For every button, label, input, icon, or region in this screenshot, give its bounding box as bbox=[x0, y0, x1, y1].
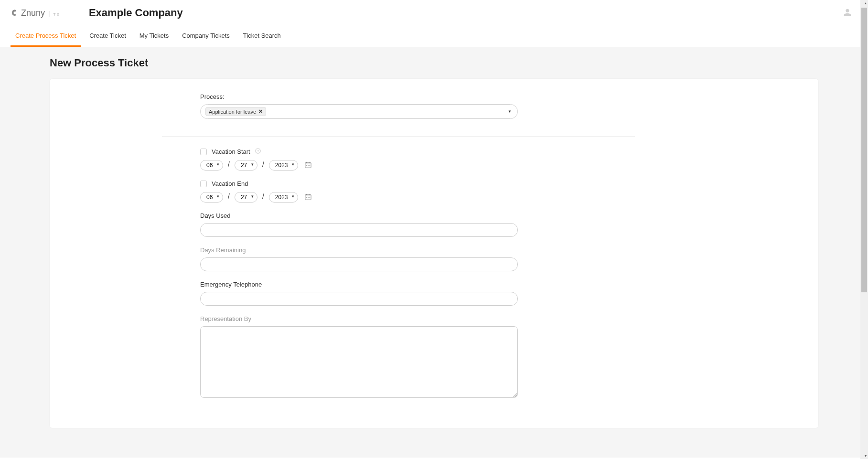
logo-version: 7.0 bbox=[53, 12, 59, 17]
date-separator: / bbox=[262, 160, 264, 168]
scrollbar-thumb[interactable] bbox=[861, 8, 867, 292]
divider bbox=[162, 136, 635, 137]
days-used-field: Days Used bbox=[200, 212, 597, 237]
svg-rect-15 bbox=[309, 197, 310, 198]
svg-text:?: ? bbox=[257, 149, 259, 153]
znuny-logo-icon bbox=[11, 9, 19, 17]
nav-my-tickets[interactable]: My Tickets bbox=[135, 26, 173, 47]
days-used-input[interactable] bbox=[200, 223, 518, 237]
date-separator: / bbox=[228, 160, 230, 168]
form-inner: Process: Application for leave ✕ ▼ Vacat… bbox=[200, 93, 597, 399]
svg-rect-6 bbox=[306, 165, 307, 166]
vacation-end-month[interactable]: 06 bbox=[200, 192, 223, 203]
page-body: New Process Ticket Process: Application … bbox=[0, 47, 868, 458]
days-remaining-label: Days Remaining bbox=[200, 246, 597, 254]
vacation-end-field: Vacation End 06 / 27 / 2023 bbox=[200, 180, 597, 203]
nav-create-ticket[interactable]: Create Ticket bbox=[85, 26, 131, 47]
nav-bar: Create Process Ticket Create Ticket My T… bbox=[0, 26, 868, 47]
vacation-end-day[interactable]: 27 bbox=[235, 192, 257, 203]
date-separator: / bbox=[262, 192, 264, 200]
days-remaining-field: Days Remaining bbox=[200, 246, 597, 271]
days-used-label: Days Used bbox=[200, 212, 597, 219]
logo-area: Znuny | 7.0 bbox=[11, 8, 59, 18]
svg-rect-13 bbox=[306, 197, 307, 198]
process-chip-label: Application for leave bbox=[209, 109, 256, 115]
vacation-end-checkbox[interactable] bbox=[200, 181, 207, 187]
user-avatar[interactable] bbox=[842, 7, 853, 19]
svg-rect-14 bbox=[308, 197, 309, 198]
scrollbar[interactable]: ▴ ▾ bbox=[860, 0, 868, 458]
vacation-start-day[interactable]: 27 bbox=[235, 160, 257, 171]
header-bar: Znuny | 7.0 Example Company bbox=[0, 0, 868, 26]
representation-by-label: Representation By bbox=[200, 315, 597, 322]
calendar-icon[interactable] bbox=[305, 193, 311, 202]
logo-text: Znuny bbox=[21, 8, 45, 18]
emergency-telephone-label: Emergency Telephone bbox=[200, 281, 597, 288]
scroll-down-icon[interactable]: ▾ bbox=[865, 454, 867, 458]
svg-rect-8 bbox=[309, 165, 310, 166]
process-select[interactable]: Application for leave ✕ ▼ bbox=[200, 104, 518, 119]
representation-by-input[interactable] bbox=[200, 326, 518, 398]
process-chip: Application for leave ✕ bbox=[205, 107, 266, 116]
representation-by-field: Representation By bbox=[200, 315, 597, 399]
vacation-start-field: Vacation Start ? 06 / 27 / 2023 bbox=[200, 148, 597, 171]
scroll-up-icon[interactable]: ▴ bbox=[865, 1, 867, 5]
vacation-start-checkbox[interactable] bbox=[200, 149, 207, 155]
days-remaining-input[interactable] bbox=[200, 257, 518, 271]
nav-create-process-ticket[interactable]: Create Process Ticket bbox=[11, 26, 81, 47]
emergency-telephone-input[interactable] bbox=[200, 292, 518, 306]
company-name: Example Company bbox=[89, 7, 183, 19]
emergency-telephone-field: Emergency Telephone bbox=[200, 281, 597, 306]
form-card: Process: Application for leave ✕ ▼ Vacat… bbox=[50, 79, 818, 428]
process-field: Process: Application for leave ✕ ▼ bbox=[200, 93, 597, 119]
process-label: Process: bbox=[200, 93, 597, 100]
vacation-start-year[interactable]: 2023 bbox=[269, 160, 298, 171]
vacation-end-label: Vacation End bbox=[212, 180, 248, 187]
help-icon[interactable]: ? bbox=[255, 148, 261, 155]
nav-company-tickets[interactable]: Company Tickets bbox=[177, 26, 235, 47]
vacation-start-month[interactable]: 06 bbox=[200, 160, 223, 171]
dropdown-caret-icon: ▼ bbox=[508, 109, 512, 114]
chip-remove-icon[interactable]: ✕ bbox=[258, 108, 263, 115]
vacation-start-label: Vacation Start bbox=[212, 148, 250, 155]
calendar-icon[interactable] bbox=[305, 161, 311, 170]
avatar-icon bbox=[842, 12, 853, 19]
date-separator: / bbox=[228, 192, 230, 200]
page-title: New Process Ticket bbox=[50, 57, 868, 69]
nav-ticket-search[interactable]: Ticket Search bbox=[238, 26, 286, 47]
logo-divider: | bbox=[48, 10, 50, 17]
vacation-end-year[interactable]: 2023 bbox=[269, 192, 298, 203]
svg-rect-7 bbox=[308, 165, 309, 166]
